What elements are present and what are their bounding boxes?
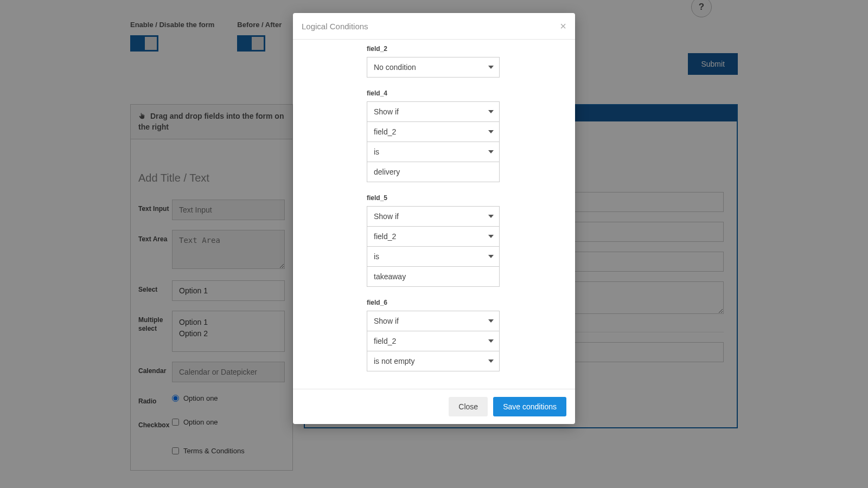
condition-group: field_2No condition [367,45,566,78]
modal-header: Logical Conditions × [293,13,575,40]
close-button[interactable]: Close [449,397,488,416]
save-conditions-button[interactable]: Save conditions [493,397,566,416]
condition-field-label: field_4 [367,89,566,97]
condition-field-label: field_6 [367,299,566,306]
condition-select[interactable]: Show if [367,101,500,122]
condition-value-input[interactable] [367,266,500,287]
condition-group: field_6Show iffield_2is not empty [367,299,566,371]
condition-stack: Show iffield_2is not empty [367,311,566,371]
condition-select[interactable]: Show if [367,206,500,227]
condition-select[interactable]: No condition [367,57,500,78]
condition-select[interactable]: field_2 [367,121,500,142]
condition-field-label: field_5 [367,194,566,202]
condition-select[interactable]: is not empty [367,351,500,371]
condition-group: field_4Show iffield_2is [367,89,566,182]
condition-stack: Show iffield_2is [367,101,566,182]
modal-body: field_2No conditionfield_4Show iffield_2… [293,40,575,389]
modal-overlay[interactable]: Logical Conditions × field_2No condition… [0,0,868,488]
close-icon[interactable]: × [560,21,566,31]
condition-field-label: field_2 [367,45,566,53]
condition-select[interactable]: Show if [367,311,500,331]
condition-select[interactable]: is [367,246,500,267]
condition-value-input[interactable] [367,162,500,182]
condition-group: field_5Show iffield_2is [367,194,566,287]
condition-stack: Show iffield_2is [367,206,566,287]
condition-select[interactable]: field_2 [367,226,500,247]
modal-footer: Close Save conditions [293,389,575,424]
modal-title: Logical Conditions [302,22,368,31]
condition-select[interactable]: is [367,142,500,162]
condition-select[interactable]: field_2 [367,331,500,351]
condition-stack: No condition [367,57,566,78]
logical-conditions-modal: Logical Conditions × field_2No condition… [293,13,575,424]
